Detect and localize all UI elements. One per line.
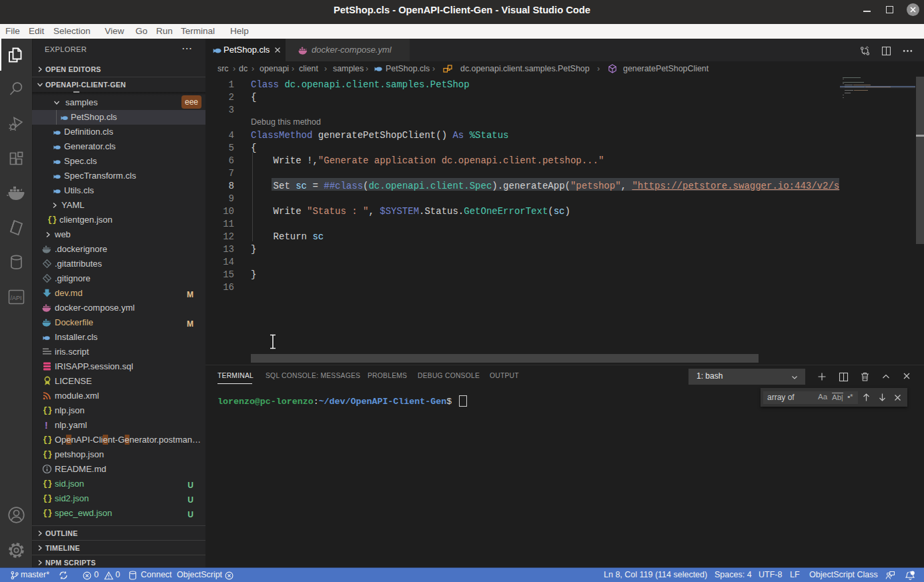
svg-text:/API: /API: [11, 295, 22, 301]
